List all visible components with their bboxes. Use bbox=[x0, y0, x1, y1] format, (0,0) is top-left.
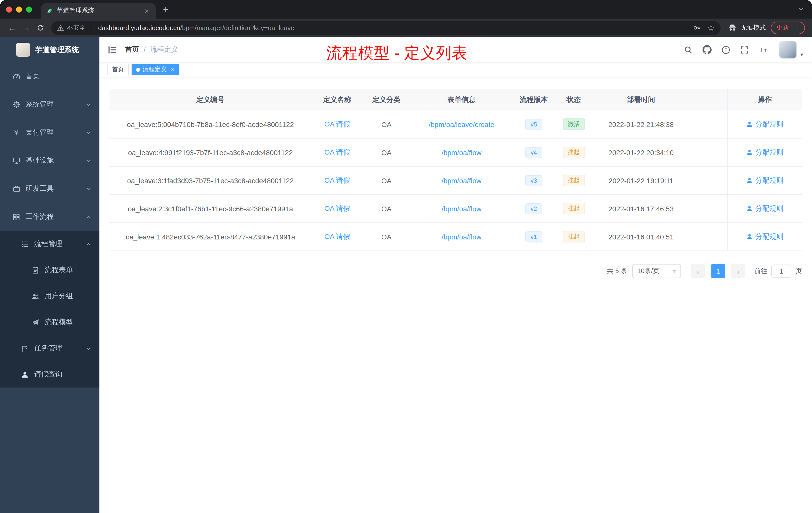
person-icon bbox=[21, 371, 29, 378]
cell-deploy-time: 2022-01-22 20:34:10 bbox=[593, 139, 689, 166]
grid-icon bbox=[12, 213, 21, 221]
definition-table: 定义编号 定义名称 定义分类 表单信息 流程版本 状态 部署时间 操作 oa_l… bbox=[110, 89, 802, 251]
bookmark-star-icon[interactable]: ☆ bbox=[707, 23, 715, 33]
version-tag: v4 bbox=[525, 147, 542, 158]
new-tab-button[interactable]: + bbox=[159, 2, 173, 16]
url-text: dashboard.yudao.iocoder.cn/bpm/manager/d… bbox=[98, 24, 686, 32]
form-link[interactable]: /bpm/oa/flow bbox=[442, 176, 482, 184]
tab-close-icon[interactable]: × bbox=[142, 6, 151, 15]
sidebar-item-infrastructure[interactable]: 基础设施 bbox=[0, 147, 99, 175]
red-annotation-title: 流程模型 - 定义列表 bbox=[326, 43, 467, 64]
goto-unit-label: 页 bbox=[795, 267, 802, 276]
chevron-down-icon bbox=[86, 186, 91, 191]
fullscreen-icon[interactable] bbox=[740, 46, 749, 54]
tag-home[interactable]: 首页 bbox=[108, 64, 128, 75]
user-avatar-menu[interactable]: ▼ bbox=[779, 41, 804, 59]
next-page-button[interactable]: › bbox=[731, 264, 745, 278]
version-tag: v2 bbox=[525, 203, 542, 214]
reload-button[interactable] bbox=[33, 21, 47, 35]
sidebar-item-workflow[interactable]: 工作流程 bbox=[0, 203, 99, 231]
close-window-button[interactable] bbox=[6, 6, 12, 12]
form-link[interactable]: /bpm/oa/flow bbox=[442, 148, 482, 156]
table-row: oa_leave:1:482ec033-762a-11ec-8477-a2380… bbox=[110, 223, 802, 251]
definition-name-link[interactable]: OA 请假 bbox=[324, 148, 350, 157]
browser-tab[interactable]: 芋道管理系统 × bbox=[41, 3, 156, 19]
back-button[interactable]: ← bbox=[5, 21, 19, 35]
cell-category: OA bbox=[363, 195, 410, 222]
assign-rule-link[interactable]: 分配规则 bbox=[746, 232, 783, 241]
status-badge: 挂起 bbox=[563, 147, 585, 158]
zoom-window-button[interactable] bbox=[26, 6, 32, 12]
assign-rule-link[interactable]: 分配规则 bbox=[746, 120, 783, 129]
sidebar-item-user-groups[interactable]: 用户分组 bbox=[0, 283, 99, 309]
tag-close-icon[interactable]: × bbox=[171, 66, 174, 73]
version-tag: v5 bbox=[525, 119, 542, 130]
sidebar-item-leave-query[interactable]: 请假查询 bbox=[0, 361, 99, 388]
status-badge: 挂起 bbox=[563, 231, 585, 242]
definition-name-link[interactable]: OA 请假 bbox=[324, 232, 350, 241]
sidebar-item-task-management[interactable]: 任务管理 bbox=[0, 335, 99, 361]
github-icon[interactable] bbox=[702, 45, 712, 54]
cell-definition-id: oa_leave:1:482ec033-762a-11ec-8477-a2380… bbox=[110, 223, 311, 250]
tab-title: 芋道管理系统 bbox=[57, 6, 142, 15]
breadcrumb-current: 流程定义 bbox=[150, 45, 178, 54]
definition-name-link[interactable]: OA 请假 bbox=[324, 176, 350, 185]
assign-rule-link[interactable]: 分配规则 bbox=[746, 148, 783, 157]
table-row: oa_leave:4:991f2193-7b7f-11ec-a3c8-acde4… bbox=[110, 139, 802, 167]
yen-icon: ¥ bbox=[12, 128, 21, 137]
password-key-icon[interactable] bbox=[693, 24, 700, 32]
definition-name-link[interactable]: OA 请假 bbox=[324, 204, 350, 213]
prev-page-button[interactable]: ‹ bbox=[691, 264, 705, 278]
sidebar-item-payment[interactable]: ¥ 支付管理 bbox=[0, 118, 99, 147]
status-badge: 激活 bbox=[563, 118, 585, 130]
page-number-button[interactable]: 1 bbox=[711, 264, 725, 278]
table-row: oa_leave:3:1fad3d93-7b75-11ec-a3c8-acde4… bbox=[110, 167, 802, 195]
definition-name-link[interactable]: OA 请假 bbox=[324, 120, 350, 129]
sidebar-item-devtools[interactable]: 研发工具 bbox=[0, 175, 99, 203]
help-question-icon[interactable]: ? bbox=[722, 46, 730, 54]
tag-process-definition[interactable]: 流程定义 × bbox=[132, 64, 179, 75]
form-link[interactable]: /bpm/oa/flow bbox=[442, 233, 482, 241]
browser-menu-kebab-icon[interactable]: ⋮ bbox=[793, 24, 800, 32]
sidebar-item-process-management[interactable]: 流程管理 bbox=[0, 231, 99, 257]
traffic-lights bbox=[6, 6, 32, 12]
assign-rule-link[interactable]: 分配规则 bbox=[746, 204, 783, 213]
form-link[interactable]: /bpm/oa/flow bbox=[442, 205, 482, 213]
font-size-icon[interactable]: TT bbox=[759, 45, 768, 54]
breadcrumb-home[interactable]: 首页 bbox=[125, 45, 139, 54]
browser-update-button[interactable]: 更新 ⋮ bbox=[771, 22, 805, 34]
paper-plane-icon bbox=[31, 319, 40, 326]
sidebar-item-system[interactable]: 系统管理 bbox=[0, 90, 99, 118]
page-size-select[interactable]: 10条/页 ▾ bbox=[632, 264, 681, 278]
avatar[interactable] bbox=[779, 41, 797, 59]
sidebar-item-process-forms[interactable]: 流程表单 bbox=[0, 257, 99, 283]
sidebar-item-process-models[interactable]: 流程模型 bbox=[0, 309, 99, 335]
app-logo[interactable]: 芋道管理系统 bbox=[0, 37, 99, 62]
col-deploy-time: 部署时间 bbox=[593, 89, 689, 110]
table-row: oa_leave:5:004b710b-7b8a-11ec-8ef0-acde4… bbox=[110, 111, 802, 139]
security-chip-label[interactable]: 不安全 bbox=[67, 24, 86, 32]
chevron-up-icon bbox=[86, 214, 91, 220]
cell-definition-id: oa_leave:5:004b710b-7b8a-11ec-8ef0-acde4… bbox=[110, 111, 311, 138]
hamburger-icon[interactable] bbox=[108, 45, 117, 55]
sidebar-item-home[interactable]: 首页 bbox=[0, 62, 99, 90]
page-content: 定义编号 定义名称 定义分类 表单信息 流程版本 状态 部署时间 操作 oa_l… bbox=[99, 77, 812, 278]
logo-image bbox=[16, 43, 30, 57]
tab-favicon-icon bbox=[46, 7, 53, 14]
minimize-window-button[interactable] bbox=[16, 6, 22, 12]
form-link[interactable]: /bpm/oa/leave/create bbox=[429, 120, 494, 128]
col-status: 状态 bbox=[554, 89, 593, 110]
address-bar[interactable]: 不安全 dashboard.yudao.iocoder.cn/bpm/manag… bbox=[51, 21, 721, 35]
cell-deploy-time: 2022-01-16 01:40:51 bbox=[593, 223, 689, 250]
cell-category: OA bbox=[363, 223, 410, 250]
search-icon[interactable] bbox=[684, 46, 693, 54]
version-tag: v1 bbox=[525, 231, 542, 242]
goto-page-input[interactable] bbox=[771, 265, 791, 278]
avatar-caret-icon: ▼ bbox=[800, 52, 804, 59]
assign-rule-link[interactable]: 分配规则 bbox=[746, 176, 783, 185]
tab-search-chevron-icon[interactable] bbox=[798, 5, 804, 14]
col-version: 流程版本 bbox=[513, 89, 554, 110]
tab-strip: 芋道管理系统 × + bbox=[0, 0, 812, 19]
browser-window: 芋道管理系统 × + ← → 不安全 dashboard.yudao.iocod… bbox=[0, 0, 812, 513]
version-tag: v3 bbox=[525, 175, 542, 186]
